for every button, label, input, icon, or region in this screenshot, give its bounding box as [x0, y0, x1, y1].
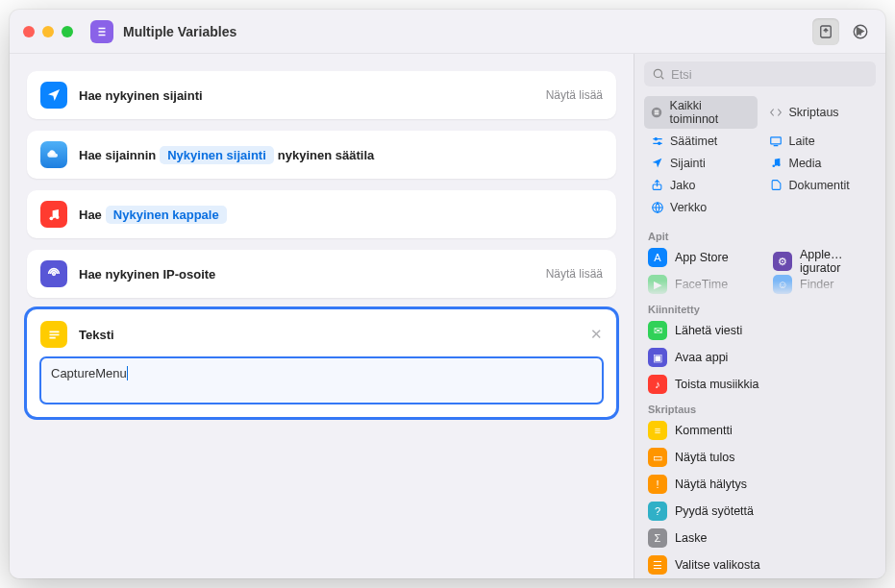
- scripting-show-result[interactable]: ▭Näytä tulos: [634, 444, 885, 471]
- scripting-calculate[interactable]: ΣLaske: [634, 525, 885, 551]
- scripting-choose-menu[interactable]: ☰Valitse valikosta: [634, 551, 885, 578]
- scripting-show-alert[interactable]: !Näytä hälytys: [634, 471, 885, 498]
- zoom-window-button[interactable]: [62, 26, 73, 37]
- action-get-location[interactable]: Hae nykyinen sijainti Näytä lisää: [27, 71, 616, 119]
- menu-icon: ☰: [648, 555, 667, 575]
- shortcut-title: Multiple Variables: [123, 24, 236, 39]
- app-window: Multiple Variables Hae nykyinen sijainti…: [10, 10, 885, 578]
- category-media[interactable]: Media: [763, 153, 877, 173]
- pinned-send-message[interactable]: ✉Lähetä viesti: [634, 317, 885, 344]
- library-toggle-button[interactable]: [812, 18, 839, 45]
- location-icon: [40, 82, 67, 109]
- input-icon: ?: [648, 502, 667, 521]
- action-label: Hae nykyinen IP-osoite: [79, 267, 215, 282]
- svg-point-14: [772, 164, 775, 167]
- svg-point-11: [655, 137, 657, 139]
- pinned-play-music[interactable]: ♪Toista musiikkia: [634, 371, 885, 398]
- result-icon: ▭: [648, 448, 667, 467]
- action-label: Hae nykyinen sijainti: [79, 88, 203, 103]
- ip-icon: [40, 260, 67, 287]
- category-scripting[interactable]: Skriptaus: [763, 96, 877, 129]
- alert-icon: !: [648, 475, 667, 494]
- category-device[interactable]: Laite: [763, 131, 877, 151]
- action-label: Hae sijainnin Nykyinen sijainti nykyinen…: [79, 146, 374, 164]
- workflow-editor[interactable]: Hae nykyinen sijainti Näytä lisää Hae si…: [10, 54, 634, 578]
- app-finder[interactable]: ☺Finder: [759, 271, 847, 298]
- category-web[interactable]: Verkko: [644, 197, 758, 217]
- finder-icon: ☺: [773, 275, 792, 294]
- show-more-button[interactable]: Näytä lisää: [546, 267, 603, 281]
- minimize-window-button[interactable]: [42, 26, 54, 37]
- configurator-icon: ⚙: [773, 252, 792, 271]
- svg-rect-10: [655, 113, 659, 114]
- scripting-ask-input[interactable]: ?Pyydä syötettä: [634, 498, 885, 525]
- section-apps: Apit: [634, 225, 885, 244]
- category-documents[interactable]: Dokumentit: [763, 175, 877, 195]
- shortcut-icon: [90, 20, 113, 43]
- category-location[interactable]: Sijainti: [644, 153, 758, 173]
- weather-icon: [40, 141, 67, 168]
- category-sharing[interactable]: Jako: [644, 175, 758, 195]
- variable-token[interactable]: Nykyinen kappale: [106, 206, 227, 224]
- svg-rect-13: [771, 136, 782, 143]
- remove-action-button[interactable]: ✕: [590, 326, 603, 343]
- show-more-button[interactable]: Näytä lisää: [546, 88, 603, 102]
- close-window-button[interactable]: [23, 26, 35, 37]
- music-icon: [40, 201, 67, 228]
- playmusic-icon: ♪: [648, 375, 667, 394]
- scripting-comment[interactable]: ≡Kommentti: [634, 417, 885, 444]
- comment-icon: ≡: [648, 421, 667, 440]
- svg-rect-9: [655, 111, 659, 112]
- search-input[interactable]: [644, 61, 876, 86]
- action-get-weather[interactable]: Hae sijainnin Nykyinen sijainti nykyinen…: [27, 131, 616, 179]
- main-body: Hae nykyinen sijainti Näytä lisää Hae si…: [10, 54, 885, 578]
- library-sidebar: Kaikki toiminnot Skriptaus Säätimet Lait…: [634, 54, 885, 578]
- action-text[interactable]: Teksti ✕ CaptureMenu: [27, 309, 616, 417]
- action-list[interactable]: Apit AApp Store ⚙Apple…igurator ▶FaceTim…: [634, 225, 885, 578]
- svg-point-12: [658, 142, 659, 144]
- window-controls: [23, 26, 73, 37]
- svg-rect-8: [655, 110, 659, 111]
- message-icon: ✉: [648, 321, 667, 340]
- info-button[interactable]: [847, 18, 874, 45]
- svg-point-15: [777, 163, 780, 166]
- action-get-song[interactable]: Hae Nykyinen kappale: [27, 190, 616, 238]
- openapp-icon: ▣: [648, 348, 667, 367]
- action-label: Teksti: [79, 328, 114, 342]
- section-pinned: Kiinnitetty: [634, 298, 885, 317]
- category-grid: Kaikki toiminnot Skriptaus Säätimet Lait…: [634, 94, 885, 225]
- facetime-icon: ▶: [648, 275, 667, 294]
- appstore-icon: A: [648, 248, 667, 267]
- svg-point-3: [55, 215, 59, 219]
- action-get-ip[interactable]: Hae nykyinen IP-osoite Näytä lisää: [27, 250, 616, 298]
- svg-point-4: [53, 273, 56, 276]
- variable-token[interactable]: Nykyinen sijainti: [160, 146, 274, 164]
- pinned-open-app[interactable]: ▣Avaa appi: [634, 344, 885, 371]
- category-all[interactable]: Kaikki toiminnot: [644, 96, 758, 129]
- category-controls[interactable]: Säätimet: [644, 131, 758, 151]
- action-label: Hae Nykyinen kappale: [79, 206, 227, 224]
- svg-point-2: [49, 216, 53, 220]
- section-scripting: Skriptaus: [634, 398, 885, 417]
- calc-icon: Σ: [648, 528, 667, 548]
- text-input[interactable]: CaptureMenu: [40, 357, 603, 404]
- text-icon: [40, 321, 67, 348]
